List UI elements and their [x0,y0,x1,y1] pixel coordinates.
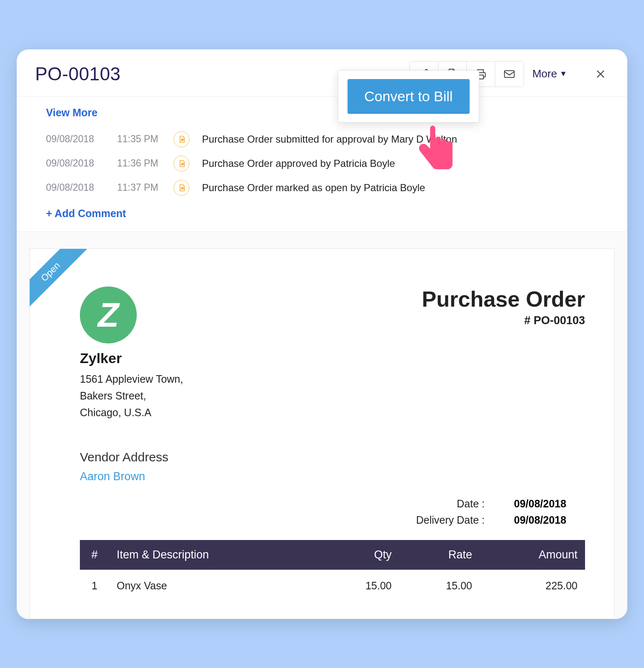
col-num: # [80,540,109,570]
document-number: # PO-00103 [422,314,585,327]
cursor-hand-icon [414,120,460,181]
cell-amount: 225.00 [480,570,585,602]
svg-rect-1 [504,70,514,77]
activity-time: 11:36 PM [117,158,161,169]
email-button[interactable] [495,61,524,87]
close-icon [595,68,606,80]
doc-edit-icon [174,131,189,147]
chevron-down-icon: ▼ [560,69,567,78]
cell-rate: 15.00 [399,570,479,602]
topbar: PO-00103 More ▼ Convert to Bill [17,49,627,97]
more-label: More [532,67,557,80]
document-wrap: Open Z Zylker 1561 Appleview Town, Baker… [17,232,627,619]
col-qty: Qty [319,540,399,570]
cell-item: Onyx Vase [109,570,319,602]
activity-date: 09/08/2018 [46,133,105,145]
activity-text: Purchase Order marked as open by Patrici… [202,182,425,194]
activity-panel: View More 09/08/2018 11:35 PM Purchase O… [17,97,627,232]
address-line: Bakers Street, [80,387,183,404]
cell-qty: 15.00 [319,570,399,602]
add-comment-link[interactable]: + Add Comment [46,207,598,220]
document-title: Purchase Order [422,287,585,312]
activity-date: 09/08/2018 [46,182,105,193]
col-amount: Amount [480,540,585,570]
activity-row: 09/08/2018 11:36 PM Purchase Order appro… [46,151,598,176]
document-header: Z Zylker 1561 Appleview Town, Bakers Str… [80,287,585,421]
items-table: # Item & Description Qty Rate Amount 1 O… [80,540,585,602]
status-text: Open [30,249,87,307]
document-title-block: Purchase Order # PO-00103 [422,287,585,327]
address-line: 1561 Appleview Town, [80,371,183,387]
po-detail-card: PO-00103 More ▼ Convert to Bill [17,49,627,619]
address-line: Chicago, U.S.A [80,404,183,421]
company-name: Zylker [80,350,183,366]
col-item: Item & Description [109,540,319,570]
meta-row: Delivery Date : 09/08/2018 [80,512,585,528]
view-more-link[interactable]: View More [46,107,97,119]
po-document: Open Z Zylker 1561 Appleview Town, Baker… [29,248,615,619]
doc-edit-icon [174,156,189,171]
page-title: PO-00103 [35,64,121,84]
date-label: Date : [457,498,485,510]
activity-time: 11:35 PM [117,133,161,145]
more-dropdown[interactable]: More ▼ [532,67,567,80]
activity-time: 11:37 PM [117,182,161,193]
activity-text: Purchase Order approved by Patricia Boyl… [202,158,395,169]
vendor-heading: Vendor Address [80,450,585,464]
delivery-date-label: Delivery Date : [416,514,485,526]
vendor-section: Vendor Address Aaron Brown Date : 09/08/… [80,450,585,602]
doc-edit-icon [174,180,189,196]
status-ribbon: Open [30,249,88,307]
date-value: 09/08/2018 [514,498,585,510]
meta-rows: Date : 09/08/2018 Delivery Date : 09/08/… [80,496,585,528]
mail-icon [503,68,515,80]
convert-popover: Convert to Bill [338,70,479,123]
activity-row: 09/08/2018 11:35 PM Purchase Order submi… [46,127,598,151]
convert-to-bill-button[interactable]: Convert to Bill [348,79,470,114]
close-button[interactable] [592,66,609,82]
cell-num: 1 [80,570,109,602]
meta-row: Date : 09/08/2018 [80,496,585,512]
company-logo: Z [80,287,137,343]
company-block: Z Zylker 1561 Appleview Town, Bakers Str… [80,287,183,421]
col-rate: Rate [399,540,479,570]
vendor-link[interactable]: Aaron Brown [80,470,585,483]
activity-date: 09/08/2018 [46,158,105,169]
delivery-date-value: 09/08/2018 [514,514,585,526]
table-row: 1 Onyx Vase 15.00 15.00 225.00 [80,570,585,602]
activity-row: 09/08/2018 11:37 PM Purchase Order marke… [46,176,598,200]
